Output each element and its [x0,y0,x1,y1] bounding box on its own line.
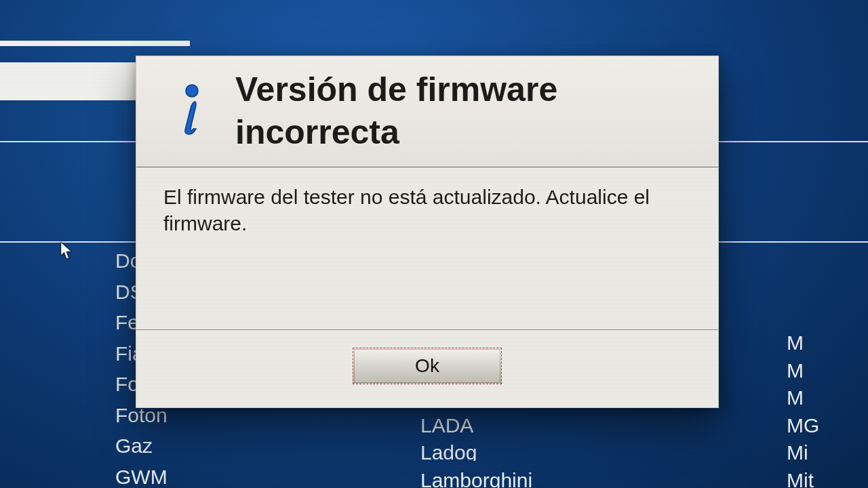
ok-button[interactable]: Ok [353,348,502,384]
brand-label: Gaz [115,434,153,457]
brand-list-item[interactable] [787,249,868,268]
info-icon [170,84,211,138]
brand-list-item[interactable]: GWM [115,466,380,489]
brand-label: Mit [787,469,814,488]
brand-label: MG [787,414,819,433]
dialog-header: Versión de firmware incorrecta [136,56,718,167]
brand-list-item[interactable] [787,304,868,323]
brand-label: Ladog [420,441,477,460]
brand-list-item[interactable]: Mi [787,441,868,460]
header-strip-thin [0,41,190,46]
brand-list-item[interactable]: Lamborghini [420,469,760,488]
brand-list-item[interactable]: Ladog [420,441,760,460]
brand-label: LADA [420,414,473,433]
dialog-footer: Ok [136,330,718,407]
brand-list-item[interactable] [787,277,868,296]
brand-list-item[interactable]: Gaz [115,434,380,458]
brand-list-item[interactable]: MG [787,414,868,433]
brand-list-item[interactable]: M [787,386,868,405]
brand-label: M [787,386,804,405]
brand-list-item[interactable]: M [787,359,868,378]
brand-column-3: MMMMGMiMit [760,249,868,488]
brand-label: Lamborghini [420,469,532,488]
brand-list-item[interactable]: M [787,331,868,350]
dialog-message: El firmware del tester no está actualiza… [136,167,718,330]
dialog-title: Versión de firmware incorrecta [235,68,692,153]
app-background: DodgeDS AutomobilesFerrariFiatFordFotonG… [0,0,868,488]
brand-label: M [787,331,804,350]
brand-list-item[interactable]: LADA [420,414,760,433]
brand-label: Mi [787,441,808,460]
svg-point-6 [186,85,198,97]
brand-list-item[interactable]: Mit [787,469,868,488]
brand-label: GWM [115,466,167,488]
brand-label: M [787,359,804,378]
firmware-warning-dialog: Versión de firmware incorrecta El firmwa… [136,56,719,408]
